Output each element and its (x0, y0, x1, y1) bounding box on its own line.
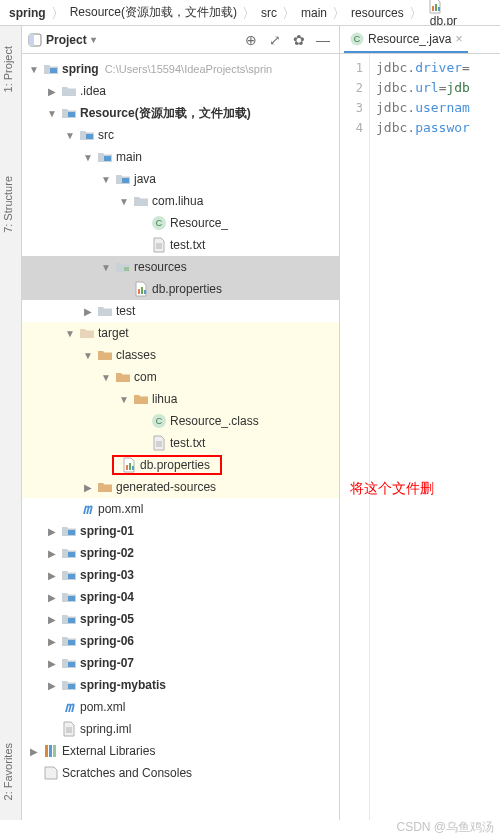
locate-icon[interactable]: ⊕ (241, 30, 261, 50)
tree-row[interactable]: ▶spring-02 (22, 542, 339, 564)
tree-row[interactable]: ▼com.lihua (22, 190, 339, 212)
tree-row[interactable]: ▶External Libraries (22, 740, 339, 762)
crumb-2[interactable]: src (258, 4, 280, 22)
svg-text:C: C (156, 416, 163, 426)
svg-rect-27 (68, 662, 75, 667)
tree-row[interactable]: test.txt (22, 432, 339, 454)
breadcrumb: spring〉Resource(资源加载，文件加载)〉src〉main〉reso… (0, 0, 500, 26)
tree-row[interactable]: ▶spring-03 (22, 564, 339, 586)
svg-text:C: C (156, 218, 163, 228)
crumb-1[interactable]: Resource(资源加载，文件加载) (67, 2, 240, 23)
project-pane-title[interactable]: Project ▾ (28, 33, 96, 47)
crumb-3[interactable]: main (298, 4, 330, 22)
svg-rect-29 (45, 745, 48, 757)
svg-rect-13 (138, 289, 140, 294)
tree-row[interactable]: ▼resources (22, 256, 339, 278)
tree-row[interactable]: ▶spring-mybatis (22, 674, 339, 696)
svg-rect-12 (124, 267, 129, 271)
tree-row[interactable]: CResource_.class (22, 410, 339, 432)
code-area[interactable]: jdbc.driver=jdbc.url=jdbjdbc.usernamjdbc… (370, 54, 500, 820)
svg-rect-15 (144, 290, 146, 294)
svg-rect-8 (104, 156, 111, 161)
tree-row[interactable]: ▶spring-05 (22, 608, 339, 630)
gear-icon[interactable]: ✿ (289, 30, 309, 50)
crumb-5[interactable]: db.pr (425, 0, 460, 26)
svg-rect-26 (68, 640, 75, 645)
project-tree[interactable]: ▼springC:\Users\15594\IdeaProjects\sprin… (22, 54, 339, 820)
svg-rect-28 (68, 684, 75, 689)
tree-row[interactable]: spring.iml (22, 718, 339, 740)
svg-rect-25 (68, 618, 75, 623)
svg-rect-2 (438, 7, 440, 11)
tree-row[interactable]: ▶spring-04 (22, 586, 339, 608)
tree-row[interactable]: ▶generated-sources (22, 476, 339, 498)
svg-rect-23 (68, 574, 75, 579)
annotation-red-text: 将这个文件删 (350, 480, 434, 498)
svg-text:C: C (354, 34, 361, 44)
svg-rect-0 (432, 6, 434, 11)
side-tab-project[interactable]: 1: Project (0, 36, 16, 102)
svg-rect-5 (50, 68, 57, 73)
editor-tabs: C Resource_.java × (340, 26, 500, 54)
tree-row[interactable]: ▶spring-01 (22, 520, 339, 542)
svg-rect-20 (132, 466, 134, 470)
side-tab-structure[interactable]: 7: Structure (0, 166, 16, 243)
tree-row[interactable]: ▶.idea (22, 80, 339, 102)
project-header: Project ▾ ⊕ ⤢ ✿ — (22, 26, 339, 54)
svg-rect-31 (53, 745, 56, 757)
expand-icon[interactable]: ⤢ (265, 30, 285, 50)
tree-row[interactable]: ▼target (22, 322, 339, 344)
tree-row[interactable]: ▼main (22, 146, 339, 168)
editor-tab-resource[interactable]: C Resource_.java × (344, 26, 468, 53)
tree-row[interactable]: ▼com (22, 366, 339, 388)
svg-rect-30 (49, 745, 52, 757)
svg-rect-4 (29, 34, 34, 46)
tree-row[interactable]: ▼classes (22, 344, 339, 366)
svg-rect-7 (86, 134, 93, 139)
gutter: 1234 (340, 54, 370, 820)
crumb-4[interactable]: resources (348, 4, 407, 22)
side-tab-favorites[interactable]: 2: Favorites (0, 733, 16, 810)
tree-row[interactable]: ▼java (22, 168, 339, 190)
tree-row[interactable]: db.properties (22, 278, 339, 300)
project-view-icon (28, 33, 42, 47)
tree-row[interactable]: ▼Resource(资源加载，文件加载) (22, 102, 339, 124)
tree-row[interactable]: CResource_ (22, 212, 339, 234)
svg-rect-21 (68, 530, 75, 535)
hide-icon[interactable]: — (313, 30, 333, 50)
close-icon[interactable]: × (455, 32, 462, 46)
svg-rect-24 (68, 596, 75, 601)
tree-row[interactable]: ▼src (22, 124, 339, 146)
project-tool-window: Project ▾ ⊕ ⤢ ✿ — ▼springC:\Users\15594\… (22, 26, 340, 820)
svg-rect-9 (122, 178, 129, 183)
editor-body[interactable]: 1234 jdbc.driver=jdbc.url=jdbjdbc.userna… (340, 54, 500, 820)
tool-window-stripe: 1: Project 7: Structure 2: Favorites (0, 26, 22, 820)
svg-rect-19 (129, 463, 131, 470)
tree-row[interactable]: test.txt (22, 234, 339, 256)
tree-row[interactable]: ▶spring-07 (22, 652, 339, 674)
watermark: CSDN @乌鱼鸡汤 (396, 819, 494, 836)
svg-rect-18 (126, 465, 128, 470)
svg-rect-22 (68, 552, 75, 557)
tree-row[interactable]: ▼springC:\Users\15594\IdeaProjects\sprin (22, 58, 339, 80)
java-icon: C (350, 32, 364, 46)
tree-row[interactable]: ▼lihua (22, 388, 339, 410)
tree-row[interactable]: mpom.xml (22, 498, 339, 520)
svg-rect-6 (68, 112, 75, 117)
tree-row[interactable]: ▶test (22, 300, 339, 322)
svg-rect-14 (141, 287, 143, 294)
tree-row[interactable]: db.properties (22, 454, 339, 476)
svg-rect-1 (435, 4, 437, 11)
crumb-0[interactable]: spring (6, 4, 49, 22)
editor-pane: C Resource_.java × 1234 jdbc.driver=jdbc… (340, 26, 500, 820)
tree-row[interactable]: ▶spring-06 (22, 630, 339, 652)
tree-row[interactable]: mpom.xml (22, 696, 339, 718)
tree-row[interactable]: Scratches and Consoles (22, 762, 339, 784)
